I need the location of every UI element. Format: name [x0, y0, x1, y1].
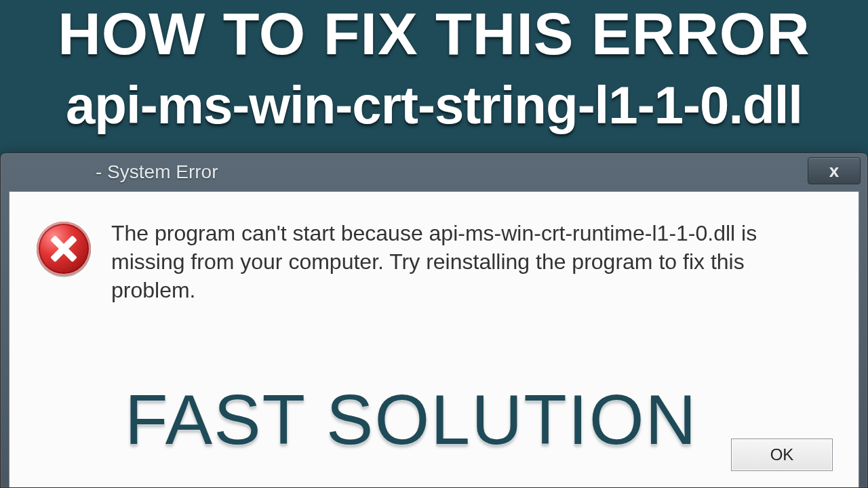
error-icon	[37, 222, 91, 276]
ok-button[interactable]: OK	[731, 439, 833, 471]
dialog-title: - System Error	[96, 161, 218, 183]
close-icon: x	[829, 161, 839, 182]
dialog-titlebar[interactable]: - System Error x	[1, 153, 867, 191]
fast-solution-overlay: FAST SOLUTION	[125, 380, 698, 460]
close-button[interactable]: x	[808, 157, 861, 184]
thumbnail-stage: HOW TO FIX THIS ERROR api-ms-win-crt-str…	[0, 0, 868, 488]
ok-button-label: OK	[770, 445, 794, 464]
dialog-button-row: OK	[731, 439, 833, 471]
error-message: The program can't start because api-ms-w…	[111, 219, 825, 305]
subheadline-dll-name: api-ms-win-crt-string-l1-1-0.dll	[0, 75, 868, 136]
system-error-dialog: - System Error x The program can't start…	[0, 152, 868, 488]
dialog-client-area: The program can't start because api-ms-w…	[9, 191, 859, 487]
dialog-body: The program can't start because api-ms-w…	[9, 192, 859, 312]
headline-text: HOW TO FIX THIS ERROR	[0, 3, 868, 65]
